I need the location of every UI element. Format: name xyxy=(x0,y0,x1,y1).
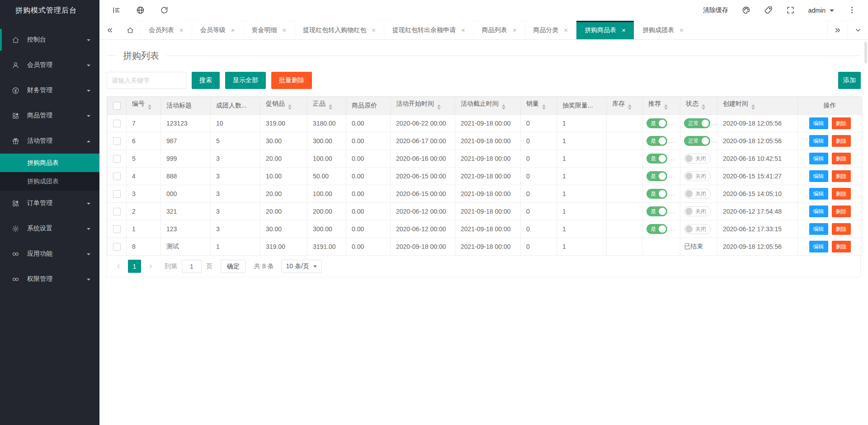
sort-icon[interactable] xyxy=(329,103,332,112)
row-checkbox[interactable] xyxy=(113,208,121,215)
sort-icon[interactable] xyxy=(664,103,668,112)
status-toggle[interactable]: 关闭 xyxy=(684,206,711,216)
sidebar-item-activity[interactable]: 活动管理 xyxy=(0,128,99,154)
add-button[interactable]: 添加 xyxy=(838,72,861,89)
status-toggle[interactable]: 正常 xyxy=(684,136,710,146)
tab-withdraw-to-balance[interactable]: 提现红包转出余额申请 × xyxy=(384,21,473,39)
tab-member-level[interactable]: 会员等级 × xyxy=(192,21,243,39)
tabs-scroll-left-button[interactable] xyxy=(99,21,120,39)
row-checkbox[interactable] xyxy=(113,243,121,251)
col-created[interactable]: 创建时间 xyxy=(717,97,798,115)
close-icon[interactable]: × xyxy=(372,26,376,34)
delete-button[interactable]: 删除 xyxy=(832,153,851,164)
delete-button[interactable]: 删除 xyxy=(832,170,851,182)
tabs-menu-button[interactable] xyxy=(848,21,868,39)
goto-page-input[interactable] xyxy=(182,260,202,273)
close-icon[interactable]: × xyxy=(679,26,684,34)
batch-delete-button[interactable]: 批量删除 xyxy=(271,72,312,89)
edit-button[interactable]: 编辑 xyxy=(809,170,828,182)
edit-button[interactable]: 编辑 xyxy=(809,117,828,129)
col-stock[interactable]: 库存 xyxy=(607,97,643,115)
sort-icon[interactable] xyxy=(502,103,505,112)
sidebar-item-members[interactable]: 会员管理 xyxy=(0,52,99,78)
delete-button[interactable]: 删除 xyxy=(832,117,851,129)
col-end[interactable]: 活动截止时间 xyxy=(455,97,521,115)
sort-icon[interactable] xyxy=(288,103,292,112)
recommend-toggle[interactable]: 是 xyxy=(646,189,667,199)
delete-button[interactable]: 删除 xyxy=(832,223,851,235)
globe-icon[interactable] xyxy=(136,6,145,14)
close-icon[interactable]: × xyxy=(622,26,626,34)
sidebar-item-goods[interactable]: 商品管理 xyxy=(0,103,99,128)
row-checkbox[interactable] xyxy=(113,190,121,198)
next-page-button[interactable] xyxy=(146,262,156,271)
search-button[interactable]: 搜索 xyxy=(192,72,220,89)
sidebar-subitem-groupbuy-goods[interactable]: 拼购商品表 xyxy=(0,154,99,172)
clear-cache-button[interactable]: 清除缓存 xyxy=(703,6,728,14)
status-toggle[interactable]: 关闭 xyxy=(684,171,711,181)
col-sales[interactable]: 销量 xyxy=(521,97,557,115)
row-checkbox[interactable] xyxy=(113,155,121,163)
tab-goods-list[interactable]: 商品列表 × xyxy=(473,21,525,39)
delete-button[interactable]: 删除 xyxy=(832,135,851,147)
tab-goods-category[interactable]: 商品分类 × xyxy=(525,21,576,39)
row-checkbox[interactable] xyxy=(113,120,121,127)
sort-icon[interactable] xyxy=(542,103,546,112)
more-menu-icon[interactable] xyxy=(848,6,856,14)
tag-icon[interactable] xyxy=(764,6,773,14)
recommend-toggle[interactable]: 是 xyxy=(646,154,667,163)
current-page-button[interactable]: 1 xyxy=(128,260,141,273)
confirm-button[interactable]: 确定 xyxy=(221,260,246,273)
recommend-toggle[interactable]: 是 xyxy=(646,206,667,216)
delete-button[interactable]: 删除 xyxy=(832,188,851,200)
tab-funds-detail[interactable]: 资金明细 × xyxy=(243,21,295,39)
col-start[interactable]: 活动开始时间 xyxy=(391,97,455,115)
tabs-scroll-right-button[interactable] xyxy=(827,21,848,39)
recommend-toggle[interactable]: 是 xyxy=(646,136,667,146)
sidebar-item-finance[interactable]: 财务管理 xyxy=(0,78,99,103)
sort-icon[interactable] xyxy=(437,103,441,112)
edit-button[interactable]: 编辑 xyxy=(809,223,828,235)
sidebar-item-app-features[interactable]: 应用功能 xyxy=(0,241,99,266)
col-recommend[interactable]: 推荐 xyxy=(643,97,680,115)
recommend-toggle[interactable]: 是 xyxy=(646,224,667,234)
status-toggle[interactable]: 关闭 xyxy=(684,224,711,234)
close-icon[interactable]: × xyxy=(283,26,287,34)
delete-button[interactable]: 删除 xyxy=(832,241,851,252)
sort-icon[interactable] xyxy=(751,103,755,112)
edit-button[interactable]: 编辑 xyxy=(809,153,828,164)
col-genuine[interactable]: 正品 xyxy=(307,97,346,115)
sort-icon[interactable] xyxy=(702,103,705,112)
home-tab[interactable] xyxy=(120,21,140,39)
page-size-select[interactable]: 10 条/页 xyxy=(281,260,322,273)
fullscreen-icon[interactable] xyxy=(786,6,795,14)
delete-button[interactable]: 删除 xyxy=(832,205,851,217)
prev-page-button[interactable] xyxy=(113,262,123,271)
tab-groupbuy-groups[interactable]: 拼购成团表 × xyxy=(634,21,692,39)
recommend-toggle[interactable]: 是 xyxy=(646,171,667,181)
select-all-checkbox[interactable] xyxy=(113,102,121,110)
status-toggle[interactable]: 关闭 xyxy=(684,154,711,163)
col-promo[interactable]: 促销品 xyxy=(260,97,307,115)
edit-button[interactable]: 编辑 xyxy=(809,135,828,147)
tab-groupbuy-goods[interactable]: 拼购商品表 × xyxy=(576,21,634,39)
status-toggle[interactable]: 关闭 xyxy=(684,189,711,199)
collapse-menu-icon[interactable] xyxy=(112,6,121,14)
tab-withdraw-to-shopping[interactable]: 提现红包转入购物红包 × xyxy=(294,21,384,39)
tab-member-list[interactable]: 会员列表 × xyxy=(140,21,192,39)
col-id[interactable]: 编号 xyxy=(127,97,161,115)
sidebar-item-orders[interactable]: 订单管理 xyxy=(0,191,99,216)
recommend-toggle[interactable]: 是 xyxy=(646,118,667,128)
refresh-icon[interactable] xyxy=(160,6,169,14)
sidebar-item-console[interactable]: 控制台 xyxy=(0,27,99,52)
edit-button[interactable]: 编辑 xyxy=(809,188,828,200)
close-icon[interactable]: × xyxy=(564,26,568,34)
row-checkbox[interactable] xyxy=(113,225,121,233)
row-checkbox[interactable] xyxy=(113,173,121,180)
sidebar-item-system[interactable]: 系统设置 xyxy=(0,216,99,241)
row-checkbox[interactable] xyxy=(113,137,121,145)
close-icon[interactable]: × xyxy=(179,26,184,34)
close-icon[interactable]: × xyxy=(231,26,235,34)
close-icon[interactable]: × xyxy=(513,26,517,34)
theme-palette-icon[interactable] xyxy=(742,6,750,14)
